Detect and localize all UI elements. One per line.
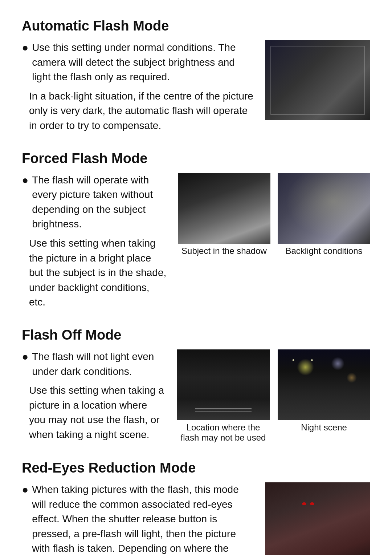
flash-off-img2-caption: Night scene (301, 422, 347, 433)
flash-off-location-photo (177, 349, 270, 420)
flash-off-night-photo (278, 349, 370, 420)
bullet-dot: ● (22, 40, 28, 85)
automatic-flash-section: Automatic Flash Mode ● Use this setting … (22, 18, 370, 133)
auto-flash-photo (265, 40, 370, 120)
flash-off-para1: Use this setting when taking a picture i… (29, 383, 165, 442)
forced-flash-img2-caption: Backlight conditions (285, 246, 362, 256)
bullet-dot-4: ● (22, 482, 28, 555)
forced-flash-img1-wrapper: Subject in the shadow (178, 173, 270, 256)
red-eyes-bullet1: When taking pictures with the flash, thi… (32, 482, 254, 555)
flash-off-section: Flash Off Mode ● The flash will not ligh… (22, 327, 370, 443)
flash-off-images: Location where the flash may not be used… (176, 349, 370, 443)
bullet-dot-2: ● (22, 173, 28, 232)
red-eyes-images (265, 482, 370, 555)
bullet-dot-3: ● (22, 349, 28, 379)
flash-off-img1-wrapper: Location where the flash may not be used (176, 349, 270, 443)
forced-flash-bullet1: The flash will operate with every pictur… (32, 173, 167, 232)
flash-off-img1-caption: Location where the flash may not be used (176, 422, 270, 443)
flash-off-text: ● The flash will not light even under da… (22, 349, 165, 442)
automatic-flash-image (265, 40, 370, 120)
automatic-flash-text: ● Use this setting under normal conditio… (22, 40, 254, 133)
flash-off-bullet1: The flash will not light even under dark… (32, 349, 165, 379)
red-eyes-photo (265, 482, 370, 555)
forced-flash-img2-wrapper: Backlight conditions (278, 173, 370, 256)
flash-off-title: Flash Off Mode (22, 327, 370, 343)
forced-flash-title: Forced Flash Mode (22, 151, 370, 166)
automatic-flash-bullet1: Use this setting under normal conditions… (32, 40, 254, 85)
red-eyes-title: Red-Eyes Reduction Mode (22, 460, 370, 476)
red-eyes-section: Red-Eyes Reduction Mode ● When taking pi… (22, 460, 370, 555)
forced-flash-shadow-photo (178, 173, 270, 244)
red-eyes-text: ● When taking pictures with the flash, t… (22, 482, 254, 555)
forced-flash-backlight-photo (278, 173, 370, 244)
automatic-flash-para1: In a back-light situation, if the centre… (29, 89, 254, 133)
forced-flash-text: ● The flash will operate with every pict… (22, 173, 167, 310)
forced-flash-images: Subject in the shadow Backlight conditio… (178, 173, 370, 256)
forced-flash-section: Forced Flash Mode ● The flash will opera… (22, 151, 370, 310)
forced-flash-img1-caption: Subject in the shadow (181, 246, 267, 256)
automatic-flash-title: Automatic Flash Mode (22, 18, 370, 34)
forced-flash-para1: Use this setting when taking the picture… (29, 236, 167, 310)
flash-off-img2-wrapper: Night scene (278, 349, 370, 433)
